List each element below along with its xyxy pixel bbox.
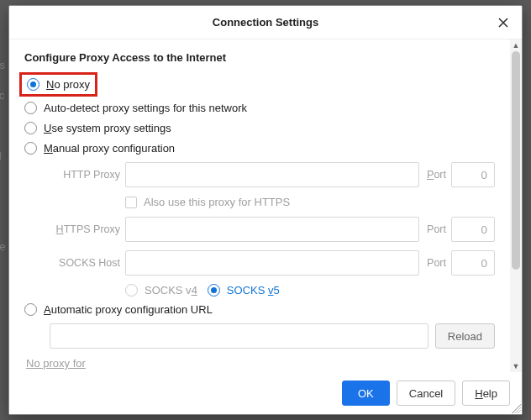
- radio-label: SOCKS v4: [145, 284, 197, 297]
- socks-host-label: SOCKS Host: [50, 257, 120, 269]
- radio-label: No proxy: [46, 78, 90, 91]
- pac-url-input[interactable]: [50, 323, 428, 349]
- dialog-title: Connection Settings: [213, 16, 318, 29]
- http-proxy-row: HTTP Proxy Port: [50, 162, 495, 187]
- also-use-https-row[interactable]: Also use this proxy for HTTPS: [125, 196, 495, 208]
- https-proxy-input[interactable]: [125, 217, 419, 242]
- reload-button[interactable]: Reload: [435, 323, 495, 349]
- radio-label: Manual proxy configuration: [44, 142, 175, 155]
- radio-auto-detect[interactable]: Auto-detect proxy settings for this netw…: [24, 102, 495, 114]
- radio-label: SOCKS v5: [227, 284, 280, 297]
- close-button[interactable]: [493, 13, 513, 33]
- radio-icon: [27, 78, 39, 91]
- dialog-footer: OK Cancel Help: [9, 372, 522, 414]
- close-icon: [497, 17, 509, 29]
- checkbox-icon: [125, 197, 137, 208]
- radio-socks-v4[interactable]: SOCKS v4: [125, 284, 197, 297]
- https-proxy-row: HTTPS Proxy Port: [50, 217, 495, 242]
- socks-version-options: SOCKS v4 SOCKS v5: [125, 284, 495, 297]
- http-proxy-input[interactable]: [125, 162, 419, 187]
- radio-no-proxy[interactable]: No proxy: [19, 72, 97, 97]
- radio-icon: [24, 102, 37, 114]
- radio-manual[interactable]: Manual proxy configuration: [24, 142, 495, 155]
- resize-grip-icon[interactable]: [509, 402, 521, 413]
- radio-label: Use system proxy settings: [44, 122, 171, 134]
- dialog-content: Configure Proxy Access to the Internet N…: [9, 39, 510, 372]
- section-heading: Configure Proxy Access to the Internet: [24, 51, 495, 64]
- vertical-scrollbar[interactable]: ▲ ▼: [510, 39, 522, 372]
- dialog-body: Configure Proxy Access to the Internet N…: [9, 39, 522, 372]
- scroll-up-icon: ▲: [510, 39, 522, 51]
- dialog-titlebar: Connection Settings: [9, 6, 522, 39]
- help-button[interactable]: Help: [462, 381, 510, 406]
- radio-auto-pac[interactable]: Automatic proxy configuration URL: [24, 303, 495, 316]
- cancel-button[interactable]: Cancel: [397, 381, 455, 406]
- ok-button[interactable]: OK: [342, 381, 390, 406]
- port-label: Port: [424, 169, 446, 181]
- radio-label: Auto-detect proxy settings for this netw…: [44, 102, 247, 114]
- radio-icon: [208, 284, 220, 297]
- radio-icon: [24, 122, 37, 134]
- radio-label: Automatic proxy configuration URL: [44, 303, 213, 316]
- connection-settings-dialog: Connection Settings Configure Proxy Acce…: [8, 5, 523, 415]
- socks-host-input[interactable]: [125, 250, 419, 276]
- radio-icon: [24, 142, 37, 155]
- checkbox-label: Also use this proxy for HTTPS: [144, 196, 290, 208]
- radio-icon: [125, 284, 138, 297]
- pac-url-row: Reload: [50, 323, 495, 349]
- port-label: Port: [424, 257, 446, 269]
- radio-icon: [24, 303, 37, 316]
- radio-socks-v5[interactable]: SOCKS v5: [208, 284, 280, 297]
- background-partial-text: UsAcAlCReFity: [0, 50, 6, 413]
- http-proxy-label: HTTP Proxy: [50, 169, 120, 181]
- http-port-input[interactable]: [451, 162, 495, 187]
- manual-proxy-form: HTTP Proxy Port Also use this proxy for …: [50, 162, 495, 297]
- scroll-down-icon: ▼: [510, 360, 522, 372]
- radio-use-system[interactable]: Use system proxy settings: [24, 122, 495, 134]
- scroll-thumb[interactable]: [512, 51, 520, 270]
- port-label: Port: [424, 223, 446, 235]
- https-proxy-label: HTTPS Proxy: [50, 223, 120, 235]
- no-proxy-for-label: No proxy for: [26, 357, 495, 370]
- socks-port-input[interactable]: [451, 250, 495, 276]
- socks-host-row: SOCKS Host Port: [50, 250, 495, 276]
- https-port-input[interactable]: [451, 217, 495, 242]
